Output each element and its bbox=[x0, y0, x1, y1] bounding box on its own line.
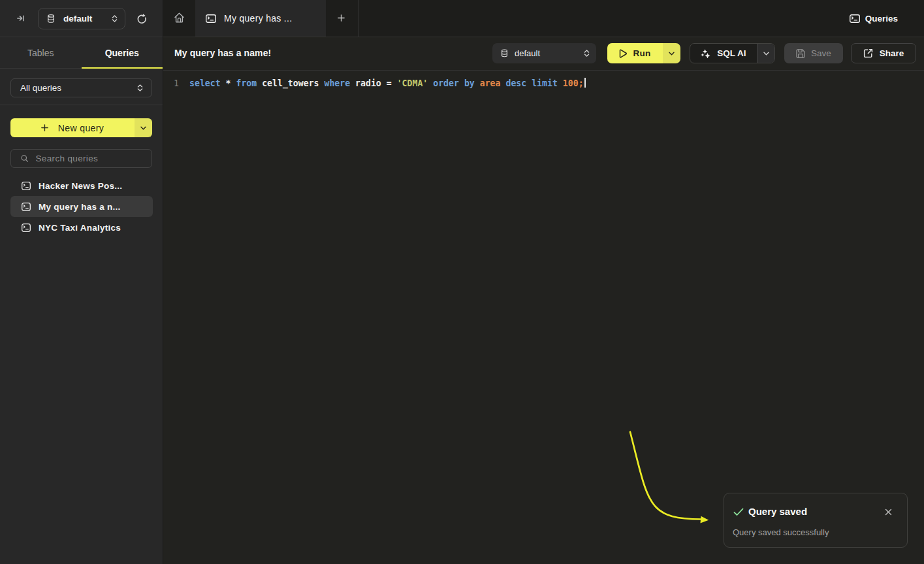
new-tab-button[interactable] bbox=[338, 14, 345, 22]
sql-ai-label: SQL AI bbox=[717, 48, 746, 58]
search-icon bbox=[21, 154, 28, 163]
database-icon bbox=[47, 14, 55, 24]
terminal-icon bbox=[22, 224, 31, 232]
code-line: 1 select * from cell_towers where radio … bbox=[163, 76, 924, 90]
sql-token-keyword: limit bbox=[532, 78, 558, 88]
new-query-dropdown-button[interactable] bbox=[135, 118, 152, 137]
sql-token-keyword: order bbox=[433, 78, 459, 88]
sidebar-tab-queries[interactable]: Queries bbox=[82, 37, 163, 68]
sql-text: select * from cell_towers where radio = … bbox=[189, 76, 586, 90]
run-button-label: Run bbox=[633, 48, 650, 58]
refresh-icon bbox=[136, 12, 148, 24]
sparkles-icon bbox=[701, 49, 710, 58]
sql-token-keyword: where bbox=[324, 78, 350, 88]
save-button-label: Save bbox=[811, 48, 831, 58]
plus-icon bbox=[41, 124, 48, 131]
updown-chevron-icon bbox=[137, 82, 143, 94]
updown-chevron-icon bbox=[584, 48, 590, 59]
home-icon bbox=[174, 12, 184, 23]
query-item-label: My query has a n... bbox=[39, 202, 121, 212]
sql-token-keyword: select bbox=[189, 78, 221, 88]
sidebar-tab-tables-label: Tables bbox=[27, 48, 54, 58]
connection-select[interactable]: default bbox=[38, 8, 125, 29]
updown-chevron-icon bbox=[112, 15, 118, 22]
toolbar: default Run bbox=[492, 43, 916, 64]
terminal-icon bbox=[22, 182, 31, 190]
toast-message: Query saved successfully bbox=[733, 527, 829, 537]
sql-editor[interactable]: 1 select * from cell_towers where radio … bbox=[163, 71, 924, 564]
new-query-button[interactable]: New query bbox=[10, 118, 135, 137]
updown-chevron-icon bbox=[584, 50, 590, 57]
sql-ai-button[interactable]: SQL AI bbox=[690, 44, 757, 63]
query-list: Hacker News Pos... My query has a n... N… bbox=[10, 175, 153, 238]
collapse-sidebar-button[interactable] bbox=[17, 15, 24, 22]
main-area: My query has ... Queries My query has a … bbox=[163, 0, 924, 564]
updown-chevron-icon bbox=[112, 13, 118, 25]
chevron-down-icon bbox=[763, 52, 769, 56]
query-console-app: default Tables Queries bbox=[0, 0, 924, 564]
sql-ai-dropdown-button[interactable] bbox=[757, 44, 774, 63]
page-title: My query has a name! bbox=[174, 48, 271, 58]
search-queries-input[interactable] bbox=[35, 154, 145, 163]
play-icon bbox=[619, 49, 627, 58]
sql-token-plain: radio = bbox=[350, 78, 396, 88]
connection-select-value: default bbox=[63, 14, 112, 24]
chevron-down-icon bbox=[140, 126, 146, 130]
sql-token-plain bbox=[526, 78, 532, 88]
collapse-sidebar-icon bbox=[17, 15, 24, 22]
sidebar-topbar: default bbox=[0, 0, 163, 37]
database-select[interactable]: default bbox=[492, 43, 596, 63]
sql-token-string: 'CDMA' bbox=[397, 78, 428, 88]
sidebar-divider bbox=[0, 105, 163, 105]
database-icon bbox=[47, 14, 55, 24]
toast-close-button[interactable] bbox=[885, 508, 892, 516]
query-item-label: NYC Taxi Analytics bbox=[39, 223, 121, 233]
tab-label: My query has ... bbox=[224, 13, 292, 24]
new-query-split-button: New query bbox=[10, 118, 152, 137]
run-dropdown-button[interactable] bbox=[663, 43, 680, 63]
close-icon bbox=[885, 508, 892, 516]
terminal-icon bbox=[850, 14, 860, 23]
save-icon bbox=[796, 49, 805, 58]
sql-token-field: area bbox=[480, 78, 501, 88]
tab-my-query[interactable]: My query has ... bbox=[195, 0, 326, 37]
save-button[interactable]: Save bbox=[784, 43, 843, 63]
query-filter-value: All queries bbox=[20, 83, 137, 93]
sql-token-keyword: desc bbox=[505, 78, 526, 88]
query-list-item[interactable]: Hacker News Pos... bbox=[10, 175, 153, 196]
query-item-label: Hacker News Pos... bbox=[39, 181, 122, 191]
database-icon bbox=[501, 49, 508, 58]
toast-title: Query saved bbox=[748, 506, 807, 517]
database-select-value: default bbox=[515, 48, 584, 58]
chevron-down-icon bbox=[669, 52, 675, 56]
sql-token-plain: cell_towers bbox=[257, 78, 324, 88]
run-button[interactable]: Run bbox=[607, 43, 663, 63]
query-list-item[interactable]: NYC Taxi Analytics bbox=[10, 217, 153, 238]
share-button[interactable]: Share bbox=[851, 43, 916, 63]
new-query-label: New query bbox=[58, 123, 104, 133]
plus-icon bbox=[338, 14, 345, 22]
sidebar-tabs: Tables Queries bbox=[0, 37, 163, 69]
query-list-item-selected[interactable]: My query has a n... bbox=[10, 196, 153, 217]
toast-query-saved: Query saved Query saved successfully bbox=[724, 493, 908, 548]
updown-chevron-icon bbox=[137, 84, 143, 91]
sql-token-plain bbox=[475, 78, 480, 88]
tab-strip: My query has ... Queries bbox=[163, 0, 924, 37]
sql-token-number: 100; bbox=[563, 78, 584, 88]
share-button-label: Share bbox=[880, 48, 904, 58]
database-icon bbox=[501, 49, 508, 58]
home-button[interactable] bbox=[174, 12, 184, 23]
check-icon bbox=[733, 507, 744, 519]
sql-token-keyword: by bbox=[464, 78, 475, 88]
refresh-button[interactable] bbox=[136, 12, 148, 24]
line-number: 1 bbox=[163, 76, 179, 90]
sql-token-plain bbox=[459, 78, 464, 88]
check-icon bbox=[733, 508, 744, 516]
tabstrip-separator bbox=[358, 0, 358, 37]
sidebar-tab-queries-label: Queries bbox=[105, 48, 139, 58]
queries-badge[interactable]: Queries bbox=[850, 0, 898, 37]
sidebar-tab-tables[interactable]: Tables bbox=[0, 37, 82, 68]
query-filter-select[interactable]: All queries bbox=[10, 78, 152, 97]
sql-token-plain: * bbox=[221, 78, 236, 88]
sql-token-plain bbox=[558, 78, 563, 88]
